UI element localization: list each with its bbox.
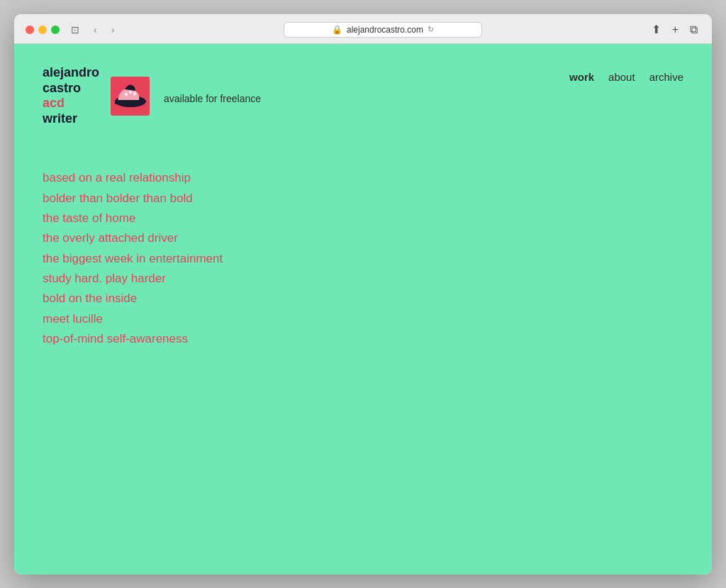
browser-window: ⊡ ‹ › 🔒 alejandrocastro.com ↻ ⬆ + ⧉ <box>14 14 712 575</box>
header: alejandro castro acd writer <box>43 65 683 126</box>
page-content: alejandro castro acd writer <box>14 44 712 575</box>
browser-actions: ⬆ + ⧉ <box>649 21 700 38</box>
back-button[interactable]: ‹ <box>91 23 100 37</box>
forward-button[interactable]: › <box>108 23 118 37</box>
logo-line2: castro <box>43 81 81 95</box>
close-button[interactable] <box>26 26 34 34</box>
maximize-button[interactable] <box>51 26 60 34</box>
work-item-3[interactable]: the overly attached driver <box>43 229 683 248</box>
browser-chrome: ⊡ ‹ › 🔒 alejandrocastro.com ↻ ⬆ + ⧉ <box>14 14 712 44</box>
logo-area: alejandro castro acd writer <box>43 65 261 126</box>
logo-line1: alejandro <box>43 65 99 79</box>
svg-point-3 <box>129 91 132 94</box>
nav-work[interactable]: work <box>569 71 594 83</box>
work-item-6[interactable]: bold on the inside <box>43 289 683 308</box>
logo-shoe-illustration <box>111 77 150 116</box>
work-item-5[interactable]: study hard. play harder <box>43 270 683 288</box>
security-icon: 🔒 <box>332 25 342 35</box>
nav-archive[interactable]: archive <box>649 71 683 83</box>
svg-point-2 <box>125 93 128 96</box>
svg-rect-5 <box>115 100 145 104</box>
work-item-1[interactable]: bolder than bolder than bold <box>43 189 683 208</box>
work-item-7[interactable]: meet lucille <box>43 310 683 328</box>
reload-icon[interactable]: ↻ <box>428 25 434 34</box>
url-text: alejandrocastro.com <box>347 25 423 35</box>
share-button[interactable]: ⬆ <box>649 21 664 38</box>
work-list: based on a real relationship bolder than… <box>43 169 683 348</box>
logo-text: alejandro castro acd writer <box>43 65 99 126</box>
windows-button[interactable]: ⧉ <box>687 22 700 38</box>
logo-text-block: alejandro castro acd writer <box>43 65 99 126</box>
freelance-tagline: available for freelance <box>164 93 261 104</box>
logo-line3: acd <box>43 96 65 110</box>
minimize-button[interactable] <box>38 26 47 34</box>
logo-line4: writer <box>43 111 77 126</box>
work-item-0[interactable]: based on a real relationship <box>43 169 683 187</box>
address-bar-container: 🔒 alejandrocastro.com ↻ <box>125 22 640 38</box>
work-item-4[interactable]: the biggest week in entertainment <box>43 250 683 268</box>
new-tab-button[interactable]: + <box>669 22 681 38</box>
main-nav: work about archive <box>569 71 683 83</box>
nav-about[interactable]: about <box>608 71 635 83</box>
address-bar[interactable]: 🔒 alejandrocastro.com ↻ <box>284 22 482 38</box>
svg-point-4 <box>133 92 136 95</box>
traffic-lights <box>26 26 60 34</box>
work-item-8[interactable]: top-of-mind self-awareness <box>43 330 683 348</box>
work-item-2[interactable]: the taste of home <box>43 209 683 228</box>
sidebar-toggle-button[interactable]: ⊡ <box>68 23 82 37</box>
